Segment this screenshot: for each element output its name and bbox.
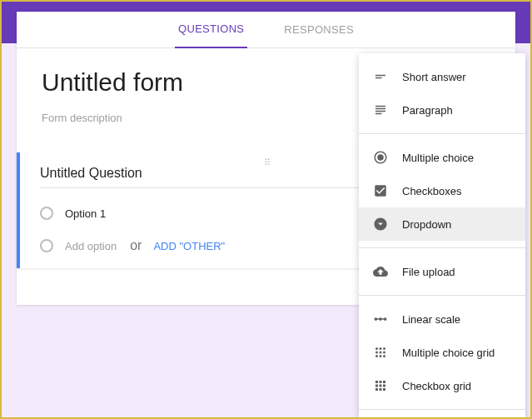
svg-rect-18	[383, 388, 385, 391]
drag-handle-icon[interactable]: ⠿	[264, 157, 271, 168]
paragraph-icon	[372, 102, 389, 118]
editor-tabs: QUESTIONS RESPONSES	[17, 12, 515, 48]
option-1-text[interactable]: Option 1	[65, 207, 106, 220]
radio-icon	[40, 239, 53, 252]
svg-rect-11	[380, 381, 382, 383]
menu-checkboxes[interactable]: Checkboxes	[359, 174, 525, 207]
menu-label: Paragraph	[402, 104, 453, 117]
svg-point-1	[375, 347, 378, 350]
menu-linear-scale[interactable]: Linear scale	[359, 302, 525, 336]
svg-point-5	[380, 352, 382, 354]
svg-point-4	[375, 352, 378, 354]
svg-rect-13	[375, 385, 378, 387]
svg-rect-16	[375, 388, 378, 391]
tab-responses[interactable]: RESPONSES	[281, 12, 357, 48]
or-text: or	[130, 238, 142, 253]
menu-file-upload[interactable]: File upload	[359, 255, 525, 288]
add-option-button[interactable]: Add option	[65, 240, 117, 252]
radio-icon	[40, 207, 53, 220]
menu-multiple-choice[interactable]: Multiple choice	[359, 141, 525, 174]
checkbox-grid-icon	[372, 377, 389, 394]
add-other-button[interactable]: ADD "OTHER"	[153, 240, 225, 252]
svg-point-7	[375, 355, 378, 357]
tab-questions[interactable]: QUESTIONS	[175, 12, 247, 48]
svg-point-9	[383, 355, 385, 357]
svg-point-3	[383, 347, 385, 350]
menu-dropdown[interactable]: Dropdown	[359, 207, 525, 241]
menu-label: File upload	[402, 266, 455, 278]
dropdown-icon	[372, 216, 389, 232]
menu-label: Dropdown	[402, 218, 451, 231]
svg-rect-12	[383, 381, 385, 383]
svg-rect-14	[380, 385, 382, 387]
svg-rect-17	[380, 388, 382, 391]
menu-divider	[359, 295, 525, 296]
svg-rect-15	[383, 385, 385, 387]
menu-label: Linear scale	[402, 313, 460, 326]
svg-point-2	[380, 347, 382, 350]
short-answer-icon	[372, 68, 389, 85]
question-type-menu: Short answer Paragraph Multiple choice C…	[359, 53, 525, 419]
menu-short-answer[interactable]: Short answer	[359, 60, 525, 93]
menu-label: Checkbox grid	[402, 380, 471, 392]
radio-checked-icon	[372, 149, 389, 166]
menu-label: Checkboxes	[402, 185, 462, 197]
cloud-upload-icon	[372, 263, 389, 280]
svg-point-0	[377, 154, 384, 161]
svg-point-8	[380, 355, 382, 357]
menu-divider	[359, 133, 525, 134]
menu-divider	[359, 247, 525, 248]
menu-multiple-choice-grid[interactable]: Multiple choice grid	[359, 336, 525, 369]
menu-divider	[359, 409, 525, 410]
menu-label: Multiple choice grid	[402, 347, 495, 359]
linear-scale-icon	[372, 311, 389, 327]
menu-checkbox-grid[interactable]: Checkbox grid	[359, 369, 525, 402]
menu-label: Multiple choice	[402, 152, 474, 164]
svg-point-6	[383, 352, 385, 354]
checkbox-icon	[372, 182, 389, 199]
radio-grid-icon	[372, 344, 389, 361]
menu-paragraph[interactable]: Paragraph	[359, 93, 525, 127]
svg-rect-10	[375, 381, 378, 383]
menu-label: Short answer	[402, 71, 466, 83]
